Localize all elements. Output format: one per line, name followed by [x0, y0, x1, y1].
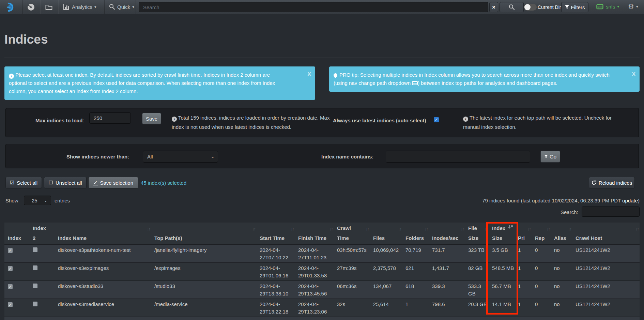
index2-checkbox[interactable]: [33, 247, 37, 252]
cell: 1,431.7: [429, 263, 465, 281]
go-button[interactable]: Go: [540, 151, 560, 163]
protip-text-2: ) between index top paths for analytics …: [418, 80, 557, 86]
sort-icon: ↓↑: [398, 224, 401, 234]
dashboard-icon[interactable]: [27, 3, 35, 11]
newer-than-select[interactable]: All ⌄: [143, 151, 218, 163]
index-checkbox[interactable]: ✓: [8, 284, 13, 289]
sort-icon: ↓↑: [366, 224, 369, 234]
sort-icon: ↓↑: [568, 224, 571, 234]
save-button[interactable]: Save: [142, 113, 161, 124]
name-contains-input[interactable]: [386, 151, 530, 163]
column-header-crawl-time[interactable]: Crawl Time↓↑: [334, 223, 370, 245]
index-checkbox[interactable]: ✓: [8, 266, 13, 271]
index2-checkbox[interactable]: [33, 302, 37, 306]
cell: diskover-s3mediaservice: [55, 299, 151, 317]
go-label: Go: [550, 154, 556, 159]
select-all-label: Select all: [17, 180, 37, 186]
column-header-top-path-s-[interactable]: Top Path(s)↓↑: [151, 223, 256, 245]
reload-indices-label: Reload indices: [599, 180, 632, 186]
index2-checkbox[interactable]: [33, 265, 37, 270]
search-input[interactable]: [139, 2, 488, 12]
nav-analytics[interactable]: Analytics ▾: [63, 4, 96, 10]
cell: 82 GB: [465, 263, 489, 281]
filter-icon: [565, 5, 569, 9]
cell: diskover-s3pathtokens-num-test: [55, 245, 151, 263]
cell: 0: [532, 245, 551, 263]
cell: diskover-s3studio33: [55, 281, 151, 299]
protip-alert: PRO tip: Selecting multiple indices in I…: [329, 66, 640, 92]
cell: US1214241W2: [572, 245, 640, 263]
cell: no: [551, 299, 572, 317]
chevron-down-icon: ▾: [636, 4, 638, 9]
select-all-button[interactable]: ☑Select all: [5, 177, 42, 188]
max-indices-input[interactable]: [89, 112, 131, 124]
auto-select-info: iThe latest index for each top path will…: [463, 113, 616, 132]
unselect-all-label: Unselect all: [56, 180, 82, 186]
reload-indices-button[interactable]: Reload indices: [589, 177, 635, 188]
selected-count-link[interactable]: 45 index(s) selected: [141, 180, 186, 186]
entries-select[interactable]: 25 ⌄: [24, 196, 51, 205]
cell: US1214241W2: [572, 263, 640, 281]
search-button[interactable]: [500, 2, 524, 12]
auto-select-checkbox[interactable]: ✓: [434, 117, 439, 122]
info-icon: i: [463, 117, 468, 122]
lightbulb-icon: [334, 73, 337, 77]
column-header-rep[interactable]: Rep↓↑: [532, 223, 551, 245]
diskover-logo-icon[interactable]: [5, 1, 18, 13]
update-link[interactable]: update: [622, 198, 638, 203]
current-dir-toggle[interactable]: [524, 4, 537, 11]
column-header-file-size[interactable]: File Size↓↑: [465, 223, 489, 245]
cell: 618: [402, 281, 429, 299]
table-row: ✓diskover-s3studio33/studio332024-04-29T…: [4, 281, 640, 299]
title-divider: [4, 58, 640, 58]
column-header-index-name[interactable]: Index Name↓↑: [55, 223, 151, 245]
column-header-files[interactable]: Files↓↑: [370, 223, 402, 245]
save-check-icon: ✓: [93, 180, 98, 185]
current-dir-label: Current Dir: [538, 4, 561, 10]
cell: diskover-s3expimages: [55, 263, 151, 281]
cell: 20.3 GB: [465, 299, 489, 317]
cell: 2024-04-29T01:06:16: [256, 263, 295, 281]
table-row-partial: [4, 317, 640, 320]
clear-search-button[interactable]: ✕: [489, 2, 498, 12]
server-icon: [596, 4, 603, 10]
sort-icon: ↓↑: [635, 224, 639, 234]
nav-storage[interactable]: snfs ▾: [596, 4, 619, 10]
column-header-start-time[interactable]: Start Time↓↑: [256, 223, 295, 245]
cell: /studio33: [151, 281, 256, 299]
save-selection-button[interactable]: ✓Save selection: [88, 177, 138, 188]
checked-box-icon: ☑: [10, 180, 14, 186]
sort-icon: ↓↑: [527, 224, 531, 234]
analytics-label: Analytics: [72, 4, 92, 10]
column-header-finish-time[interactable]: Finish Time↓↑: [295, 223, 334, 245]
info-alert: iPlease select at least one index. By de…: [4, 66, 315, 100]
nav-settings[interactable]: ⚙ ▾: [628, 3, 638, 10]
filters-button[interactable]: Filters: [561, 2, 588, 12]
newer-than-label: Show indices newer than:: [66, 154, 129, 159]
cell: 798.6: [429, 299, 465, 317]
cell: 2024-04-29T13:22:18: [256, 299, 295, 317]
max-indices-info: iTotal 159 indices, indices are loaded i…: [172, 113, 342, 132]
sort-icon: ↓↑: [291, 224, 294, 234]
column-header-folders[interactable]: Folders↓↑: [402, 223, 429, 245]
sort-icon: ↓↑: [461, 224, 464, 234]
index-checkbox[interactable]: ✓: [8, 302, 13, 307]
unselect-all-button[interactable]: ☐Unselect all: [44, 177, 87, 188]
folder-icon[interactable]: [45, 4, 52, 10]
table-search-input[interactable]: [582, 207, 640, 217]
cell: US1214241W2: [572, 281, 640, 299]
max-indices-label: Max indices to load:: [35, 118, 84, 123]
index-checkbox[interactable]: ✓: [8, 248, 13, 253]
column-header-alias[interactable]: Alias↓↑: [551, 223, 572, 245]
nav-quick[interactable]: Quick ▾: [109, 4, 134, 10]
index2-checkbox[interactable]: [33, 284, 37, 288]
close-icon[interactable]: x: [632, 70, 635, 78]
column-header-index: Index: [4, 223, 29, 245]
chevron-down-icon: ⌄: [44, 198, 47, 203]
close-icon[interactable]: x: [307, 70, 311, 78]
column-header-inodes-sec[interactable]: Inodes/sec↓↑: [429, 223, 465, 245]
cell: 2024-04-27T07:10:22: [256, 245, 295, 263]
column-header-crawl-host[interactable]: Crawl Host↓↑: [572, 223, 640, 245]
cell: 0: [532, 263, 551, 281]
entries-value: 25: [32, 198, 37, 203]
